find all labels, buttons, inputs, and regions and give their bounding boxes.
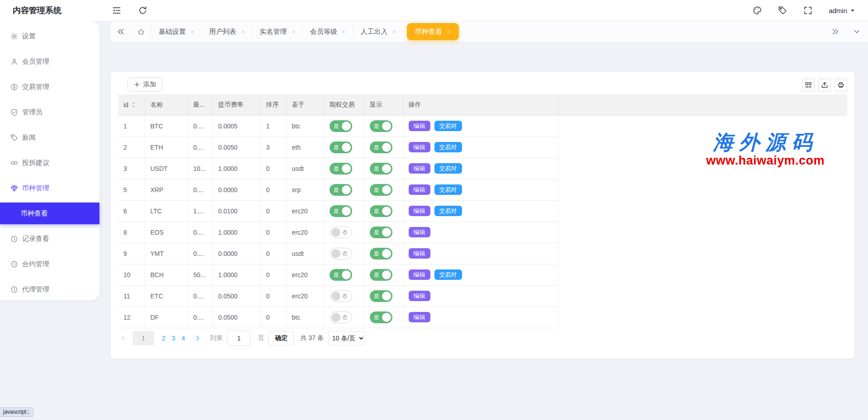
menu-fold-icon[interactable] <box>112 6 121 15</box>
sidebar-item-交易管理[interactable]: 交易管理 <box>0 74 99 99</box>
page-link-2[interactable]: 2 <box>159 335 169 342</box>
edit-button[interactable]: 编辑 <box>409 163 430 174</box>
history-icon <box>10 286 18 293</box>
option-trade-toggle[interactable]: 是 <box>330 142 352 153</box>
cell-sort: 0 <box>260 307 286 328</box>
show-toggle[interactable]: 是 <box>370 163 392 175</box>
sidebar-item-会员管理[interactable]: 会员管理 <box>0 49 99 74</box>
confirm-button[interactable]: 确定 <box>269 331 294 345</box>
sidebar-item-币种查看[interactable]: 币种查看 <box>0 203 99 224</box>
sidebar-item-新闻[interactable]: 新闻 <box>0 125 99 150</box>
sidebar-item-管理员[interactable]: 管理员 <box>0 99 99 125</box>
show-toggle[interactable]: 是 <box>370 184 392 196</box>
option-trade-toggle[interactable]: 否 <box>330 290 352 302</box>
prev-page-icon[interactable] <box>118 335 128 341</box>
tab-close-icon[interactable]: × <box>342 29 346 35</box>
toggle-label: 是 <box>374 313 379 321</box>
tabs-more-icon[interactable] <box>848 22 865 42</box>
next-page-icon[interactable] <box>193 335 203 341</box>
option-trade-toggle[interactable]: 否 <box>330 311 352 323</box>
tab-close-icon[interactable]: × <box>191 29 194 35</box>
palette-icon[interactable] <box>753 6 762 15</box>
cell-max: 10... <box>188 158 212 179</box>
add-button[interactable]: 添加 <box>127 77 162 92</box>
export-icon[interactable] <box>818 79 831 91</box>
sidebar-item-合约管理[interactable]: 合约管理 <box>0 251 99 277</box>
sidebar-item-设置[interactable]: 设置 <box>0 24 99 49</box>
tab-close-icon[interactable]: × <box>292 29 295 35</box>
show-toggle[interactable]: 是 <box>370 248 392 260</box>
tab-人工出入[interactable]: 人工出入× <box>353 22 403 42</box>
edit-button[interactable]: 编辑 <box>409 227 430 237</box>
trade-pair-button[interactable]: 交易对 <box>434 121 462 131</box>
sidebar-item-记录查看[interactable]: 记录查看 <box>0 226 99 251</box>
columns-icon[interactable] <box>802 79 815 91</box>
page-link-4[interactable]: 4 <box>179 335 189 342</box>
cell-fee: 1.0000 <box>212 158 260 179</box>
edit-button[interactable]: 编辑 <box>409 312 430 322</box>
edit-button[interactable]: 编辑 <box>409 184 430 195</box>
shield-icon <box>10 109 18 116</box>
cell-id: 6 <box>118 200 145 222</box>
toggle-label: 是 <box>334 271 339 278</box>
tab-实名管理[interactable]: 实名管理× <box>252 22 302 42</box>
tabs-scroll-left-icon[interactable] <box>111 22 131 42</box>
option-trade-toggle[interactable]: 是 <box>330 269 352 281</box>
admin-menu[interactable]: admin <box>829 7 855 14</box>
show-toggle[interactable]: 是 <box>370 311 392 323</box>
show-toggle[interactable]: 是 <box>370 142 392 153</box>
sidebar-item-币种管理[interactable]: 币种管理 <box>0 175 99 201</box>
page-link-3[interactable]: 3 <box>169 335 179 342</box>
tab-close-icon[interactable]: × <box>392 29 396 35</box>
option-trade-toggle[interactable]: 否 <box>330 227 352 238</box>
sort-icon[interactable] <box>131 102 136 108</box>
edit-button[interactable]: 编辑 <box>409 248 430 259</box>
gear-icon <box>10 33 18 40</box>
option-trade-toggle[interactable]: 是 <box>330 205 352 217</box>
toggle-label: 是 <box>374 143 379 151</box>
tab-币种查看[interactable]: 币种查看× <box>407 23 459 40</box>
per-page-select[interactable]: 10 条/页 <box>328 331 365 345</box>
tab-close-icon[interactable]: × <box>447 29 451 35</box>
tab-close-icon[interactable]: × <box>241 29 245 35</box>
table-row: 1BTC0....0.00051btc是是编辑交易对 <box>118 115 847 137</box>
option-trade-toggle[interactable]: 是 <box>330 184 352 196</box>
cell-fee: 0.0050 <box>212 137 260 158</box>
edit-button[interactable]: 编辑 <box>409 206 430 216</box>
print-icon[interactable] <box>835 79 847 91</box>
show-toggle[interactable]: 是 <box>370 120 392 132</box>
option-trade-toggle[interactable]: 是 <box>330 120 352 132</box>
tab-基础设置[interactable]: 基础设置× <box>151 22 202 42</box>
tab-会员等级[interactable]: 会员等级× <box>303 22 353 42</box>
column-header-id[interactable]: id <box>118 94 145 115</box>
sidebar-item-投拆建议[interactable]: 投拆建议 <box>0 150 99 175</box>
home-tab-icon[interactable] <box>131 22 151 42</box>
current-page[interactable]: 1 <box>132 331 154 345</box>
refresh-icon[interactable] <box>138 6 147 15</box>
tab-用户列表[interactable]: 用户列表× <box>202 22 252 42</box>
trade-pair-button[interactable]: 交易对 <box>434 184 462 195</box>
show-toggle[interactable]: 是 <box>370 227 392 238</box>
show-toggle[interactable]: 是 <box>370 290 392 302</box>
option-trade-toggle[interactable]: 否 <box>330 248 352 260</box>
edit-button[interactable]: 编辑 <box>409 269 430 280</box>
trade-pair-button[interactable]: 交易对 <box>434 142 462 152</box>
goto-page-input[interactable] <box>227 330 250 346</box>
trade-pair-button[interactable]: 交易对 <box>434 206 462 216</box>
trade-pair-button[interactable]: 交易对 <box>434 269 462 280</box>
edit-button[interactable]: 编辑 <box>409 121 430 131</box>
show-toggle[interactable]: 是 <box>370 269 392 281</box>
option-trade-toggle[interactable]: 是 <box>330 163 352 175</box>
fullscreen-icon[interactable] <box>803 6 812 15</box>
cell-show: 是 <box>364 243 403 264</box>
edit-button[interactable]: 编辑 <box>409 291 430 301</box>
show-toggle[interactable]: 是 <box>370 205 392 217</box>
toggle-knob <box>331 228 340 237</box>
sidebar-item-代理管理[interactable]: 代理管理 <box>0 277 99 302</box>
edit-button[interactable]: 编辑 <box>409 142 430 152</box>
trade-pair-button[interactable]: 交易对 <box>434 163 462 174</box>
tag-icon[interactable] <box>778 6 787 15</box>
cell-max: 0.... <box>188 243 212 264</box>
cell-filler <box>558 200 847 222</box>
tabs-scroll-right-icon[interactable] <box>827 22 844 42</box>
